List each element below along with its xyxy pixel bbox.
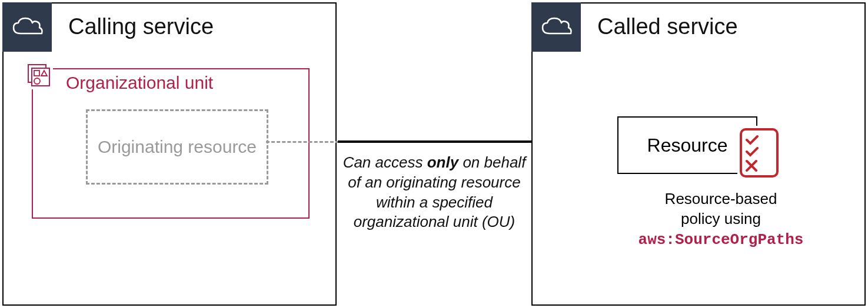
policy-checklist-icon [737, 126, 781, 180]
policy-condition-key: aws:SourceOrgPaths [638, 231, 804, 249]
ou-label: Organizational unit [66, 73, 213, 93]
calling-service-panel: Calling service Organizational unit Orig… [2, 2, 337, 306]
dashed-connector [266, 141, 339, 143]
policy-line-2: policy using [681, 210, 761, 227]
called-service-panel: Called service Resource Resource-based p… [531, 2, 866, 306]
organizational-unit-box: Organizational unit Originating resource [32, 68, 310, 219]
called-service-title: Called service [597, 14, 738, 39]
cloud-icon [531, 2, 581, 52]
originating-resource-box: Originating resource [86, 109, 268, 185]
access-caption: Can access only on behalf of an originat… [341, 153, 527, 232]
cloud-icon [2, 2, 52, 52]
policy-line-1: Resource-based [665, 190, 777, 207]
policy-description: Resource-based policy using aws:SourceOr… [603, 189, 839, 250]
calling-service-title: Calling service [68, 14, 214, 39]
caption-bold: only [427, 153, 458, 171]
caption-pre: Can access [343, 153, 427, 171]
ou-icon [25, 61, 53, 89]
resource-box: Resource [617, 116, 757, 174]
